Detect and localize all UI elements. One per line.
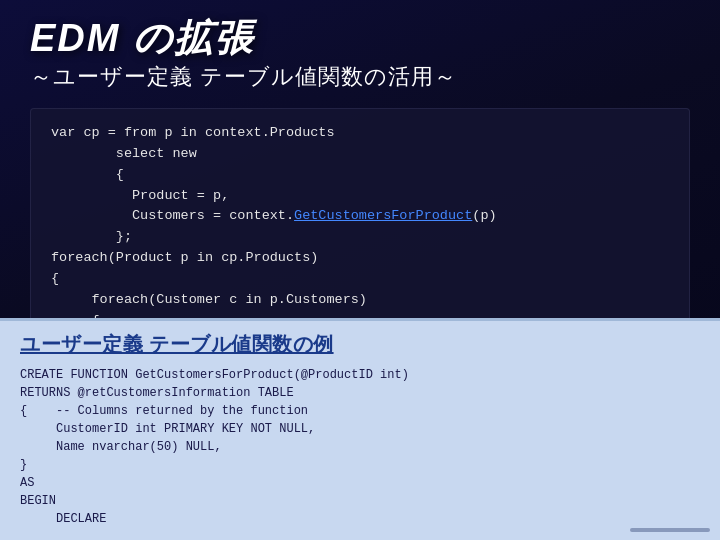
code-text: var cp = from p in context.Products sele… (51, 123, 669, 332)
edm-text: EDM の拡張 (30, 17, 254, 59)
bottom-panel: ユーザー定義 テーブル値関数の例 CREATE FUNCTION GetCust… (0, 318, 720, 540)
title-area: EDM の拡張 ～ユーザー定義 テーブル値関数の活用～ (0, 0, 720, 98)
main-title: EDM の拡張 (30, 18, 690, 60)
panel-code: CREATE FUNCTION GetCustomersForProduct(@… (20, 366, 700, 528)
subtitle: ～ユーザー定義 テーブル値関数の活用～ (30, 62, 690, 92)
panel-code-content: CREATE FUNCTION GetCustomersForProduct(@… (20, 368, 409, 526)
code-line-1: var cp = from p in context.Products sele… (51, 125, 497, 328)
code-block: var cp = from p in context.Products sele… (30, 108, 690, 343)
panel-title: ユーザー定義 テーブル値関数の例 (20, 331, 700, 358)
code-link[interactable]: GetCustomersForProduct (294, 208, 472, 223)
scroll-hint (630, 528, 710, 532)
